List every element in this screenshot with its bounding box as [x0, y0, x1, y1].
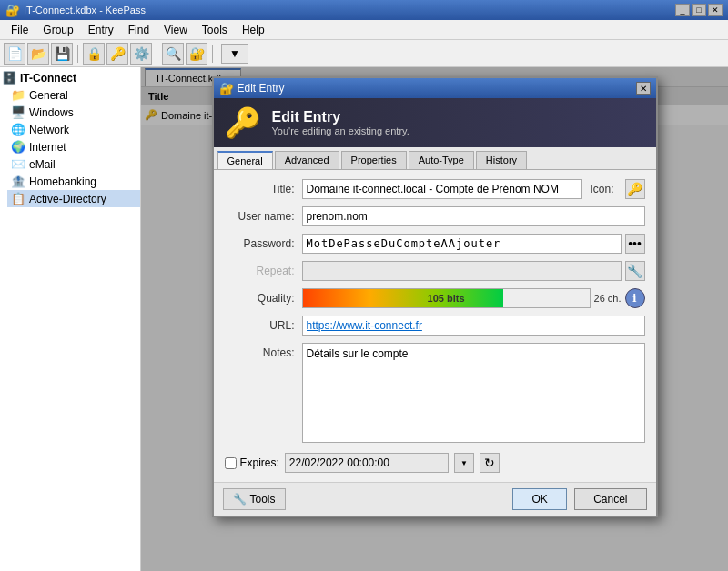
title-input[interactable] [302, 179, 583, 199]
toolbar-search[interactable]: 🔍 [162, 43, 184, 65]
toolbar-lock[interactable]: 🔒 [83, 43, 105, 65]
menu-help[interactable]: Help [235, 22, 272, 38]
toolbar-sep3 [212, 45, 213, 63]
edit-entry-dialog: 🔐 Edit Entry ✕ 🔑 Edit Entry You're editi… [212, 76, 658, 517]
toolbar-password[interactable]: 🔐 [186, 43, 207, 65]
sidebar-network-label: Network [29, 124, 69, 136]
dialog-tab-general[interactable]: General [217, 151, 273, 169]
username-input-wrap [302, 206, 645, 226]
expires-dropdown-button[interactable]: ▼ [454, 453, 474, 473]
toolbar-key[interactable]: 🔑 [106, 43, 128, 65]
toolbar-settings[interactable]: ⚙️ [130, 43, 152, 65]
sidebar-email-label: eMail [29, 158, 56, 171]
sidebar-item-network[interactable]: 🌐 Network [7, 121, 140, 138]
sidebar-item-windows[interactable]: 🖥️ Windows [7, 104, 140, 121]
title-bar: 🔐 IT-Connect.kdbx - KeePass _ □ ✕ [0, 0, 728, 20]
form-row-quality: Quality: 105 bits 26 ch. ℹ [225, 288, 645, 308]
footer-right: OK Cancel [512, 488, 646, 510]
repeat-field-label: Repeat: [225, 265, 302, 277]
cancel-button[interactable]: Cancel [574, 488, 646, 510]
quality-chars: 26 ch. ℹ [594, 288, 645, 308]
dialog-title-text: Edit Entry [238, 82, 636, 95]
dialog-close-button[interactable]: ✕ [636, 82, 651, 95]
internet-icon: 🌍 [11, 140, 25, 154]
tools-icon: 🔧 [233, 493, 247, 506]
password-dots-button[interactable]: ••• [625, 234, 645, 254]
tools-button[interactable]: 🔧 Tools [223, 488, 286, 510]
toolbar-open[interactable]: 📂 [27, 43, 49, 65]
toolbar-sep2 [157, 45, 157, 63]
dialog-title-icon: 🔐 [219, 82, 234, 95]
expires-refresh-button[interactable]: ↻ [480, 453, 500, 473]
password-input-wrap: ••• [302, 234, 645, 254]
quality-chars-text: 26 ch. [594, 293, 622, 304]
dialog-tab-advanced[interactable]: Advanced [275, 151, 339, 169]
app-title: IT-Connect.kdbx - KeePass [24, 5, 675, 15]
menu-view[interactable]: View [157, 22, 195, 38]
general-icon: 📁 [11, 88, 25, 102]
sidebar-item-email[interactable]: ✉️ eMail [7, 155, 140, 173]
sidebar-general-label: General [29, 89, 68, 102]
menu-tools[interactable]: Tools [195, 22, 235, 38]
expires-checkbox-wrap: Expires: [225, 456, 279, 469]
close-button[interactable]: ✕ [708, 4, 723, 16]
sidebar-item-general[interactable]: 📁 General [7, 86, 140, 104]
notes-field-label: Notes: [225, 343, 302, 359]
menu-group[interactable]: Group [35, 22, 80, 38]
expires-dropdown-icon: ▼ [460, 459, 468, 467]
dialog-tab-properties[interactable]: Properties [341, 151, 407, 169]
expires-input[interactable] [285, 453, 449, 473]
form-row-title: Title: Icon: 🔑 [225, 179, 645, 199]
minimize-button[interactable]: _ [675, 4, 690, 16]
toolbar-save[interactable]: 💾 [51, 43, 73, 65]
toolbar-dropdown[interactable]: ▼ [221, 44, 248, 64]
windows-icon: 🖥️ [11, 105, 25, 119]
password-input[interactable] [302, 234, 622, 254]
quality-bar-text: 105 bits [428, 293, 465, 304]
repeat-input-wrap: 🔧 [302, 261, 645, 281]
form-row-notes: Notes: [225, 343, 645, 446]
menu-file[interactable]: File [4, 22, 35, 38]
dialog-header-text: Edit Entry You're editing an existing en… [272, 109, 410, 136]
menu-entry[interactable]: Entry [81, 22, 121, 38]
icon-select-button[interactable]: 🔑 [625, 179, 645, 199]
ok-button[interactable]: OK [512, 488, 567, 510]
password-field-label: Password: [225, 237, 302, 250]
url-input[interactable] [302, 316, 645, 336]
quality-bar-wrap: 105 bits 26 ch. ℹ [302, 288, 645, 308]
dialog-tab-autotype[interactable]: Auto-Type [409, 151, 474, 169]
main-area: 🗄️ IT-Connect 📁 General 🖥️ Windows 🌐 Net… [0, 67, 728, 571]
notes-input[interactable] [302, 343, 645, 443]
menu-find[interactable]: Find [121, 22, 157, 38]
username-input[interactable] [302, 206, 645, 226]
quality-info-button[interactable]: ℹ [625, 288, 645, 308]
homebanking-icon: 🏦 [11, 175, 25, 188]
sidebar-windows-label: Windows [29, 106, 74, 119]
dialog-tab-history[interactable]: History [476, 151, 527, 169]
dialog-footer: 🔧 Tools OK Cancel [214, 482, 656, 516]
dialog-title-bar: 🔐 Edit Entry ✕ [214, 78, 656, 98]
dialog-body: Title: Icon: 🔑 User name: [214, 170, 656, 482]
dialog-header-title: Edit Entry [272, 109, 410, 125]
form-row-repeat: Repeat: 🔧 [225, 261, 645, 281]
dialog-tabs: General Advanced Properties Auto-Type Hi… [214, 147, 656, 170]
modal-overlay: 🔐 Edit Entry ✕ 🔑 Edit Entry You're editi… [141, 67, 728, 571]
sidebar-item-active-directory[interactable]: 📋 Active-Directory [7, 190, 140, 207]
sidebar-item-internet[interactable]: 🌍 Internet [7, 138, 140, 155]
sidebar-root[interactable]: 🗄️ IT-Connect [0, 69, 140, 86]
toolbar-new[interactable]: 📄 [4, 43, 25, 65]
content-area: IT-Connect.kdbx Title Us 🔑 Domaine it-co… [141, 67, 728, 571]
repeat-input[interactable] [302, 261, 622, 281]
repeat-gen-button[interactable]: 🔧 [625, 261, 645, 281]
form-row-expires: Expires: ▼ ↻ [225, 453, 645, 473]
url-field-label: URL: [225, 319, 302, 332]
title-field-label: Title: [225, 183, 302, 195]
expires-label: Expires: [240, 456, 279, 469]
maximize-button[interactable]: □ [692, 4, 706, 16]
expires-checkbox[interactable] [225, 457, 237, 469]
window-controls: _ □ ✕ [675, 4, 723, 16]
dialog-header-subtitle: You're editing an existing entry. [272, 125, 410, 136]
menu-bar: File Group Entry Find View Tools Help [0, 20, 728, 40]
sidebar-item-homebanking[interactable]: 🏦 Homebanking [7, 173, 140, 190]
username-field-label: User name: [225, 210, 302, 223]
